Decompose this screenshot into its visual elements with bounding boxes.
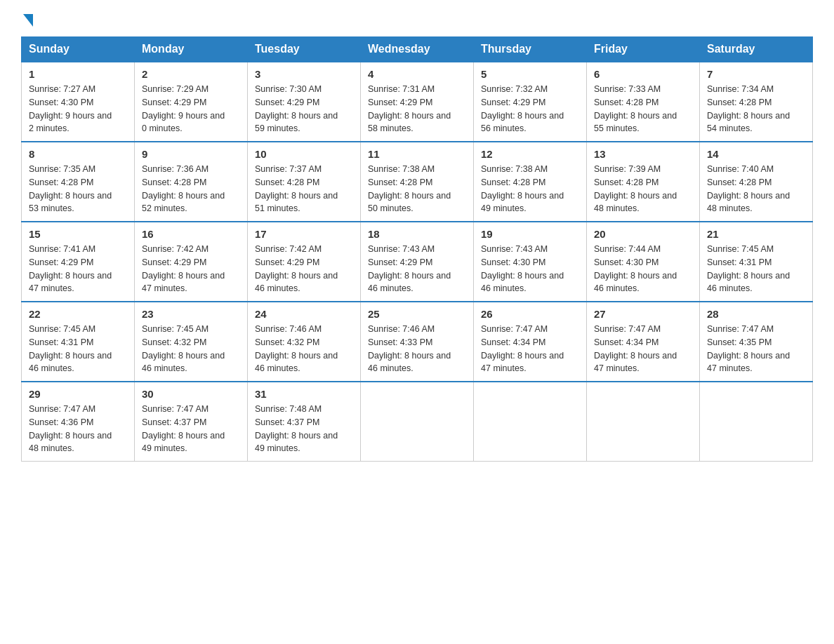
day-number: 10 xyxy=(255,148,353,160)
day-info: Sunrise: 7:47 AMSunset: 4:36 PMDaylight:… xyxy=(29,403,127,455)
day-number: 4 xyxy=(368,68,466,80)
calendar-cell: 6 Sunrise: 7:33 AMSunset: 4:28 PMDayligh… xyxy=(587,62,700,142)
calendar-cell: 2 Sunrise: 7:29 AMSunset: 4:29 PMDayligh… xyxy=(135,62,248,142)
header-saturday: Saturday xyxy=(700,37,813,62)
calendar-cell: 9 Sunrise: 7:36 AMSunset: 4:28 PMDayligh… xyxy=(135,142,248,222)
day-info: Sunrise: 7:34 AMSunset: 4:28 PMDaylight:… xyxy=(707,83,805,135)
day-number: 1 xyxy=(29,68,127,80)
day-info: Sunrise: 7:38 AMSunset: 4:28 PMDaylight:… xyxy=(481,163,579,215)
calendar-cell: 7 Sunrise: 7:34 AMSunset: 4:28 PMDayligh… xyxy=(700,62,813,142)
calendar-cell xyxy=(474,382,587,462)
day-number: 29 xyxy=(29,388,127,400)
calendar-cell: 5 Sunrise: 7:32 AMSunset: 4:29 PMDayligh… xyxy=(474,62,587,142)
day-number: 3 xyxy=(255,68,353,80)
logo xyxy=(21,14,33,29)
calendar-cell: 24 Sunrise: 7:46 AMSunset: 4:32 PMDaylig… xyxy=(248,302,361,382)
day-info: Sunrise: 7:40 AMSunset: 4:28 PMDaylight:… xyxy=(707,163,805,215)
calendar-cell: 30 Sunrise: 7:47 AMSunset: 4:37 PMDaylig… xyxy=(135,382,248,462)
calendar-cell: 18 Sunrise: 7:43 AMSunset: 4:29 PMDaylig… xyxy=(361,222,474,302)
day-info: Sunrise: 7:46 AMSunset: 4:33 PMDaylight:… xyxy=(368,323,466,375)
day-number: 13 xyxy=(594,148,692,160)
calendar-cell: 27 Sunrise: 7:47 AMSunset: 4:34 PMDaylig… xyxy=(587,302,700,382)
calendar-cell: 20 Sunrise: 7:44 AMSunset: 4:30 PMDaylig… xyxy=(587,222,700,302)
day-info: Sunrise: 7:31 AMSunset: 4:29 PMDaylight:… xyxy=(368,83,466,135)
day-info: Sunrise: 7:37 AMSunset: 4:28 PMDaylight:… xyxy=(255,163,353,215)
header-wednesday: Wednesday xyxy=(361,37,474,62)
day-info: Sunrise: 7:38 AMSunset: 4:28 PMDaylight:… xyxy=(368,163,466,215)
calendar-cell: 31 Sunrise: 7:48 AMSunset: 4:37 PMDaylig… xyxy=(248,382,361,462)
week-row-1: 1 Sunrise: 7:27 AMSunset: 4:30 PMDayligh… xyxy=(22,62,813,142)
calendar-cell: 19 Sunrise: 7:43 AMSunset: 4:30 PMDaylig… xyxy=(474,222,587,302)
header-monday: Monday xyxy=(135,37,248,62)
day-number: 6 xyxy=(594,68,692,80)
day-info: Sunrise: 7:41 AMSunset: 4:29 PMDaylight:… xyxy=(29,243,127,295)
day-info: Sunrise: 7:47 AMSunset: 4:37 PMDaylight:… xyxy=(142,403,240,455)
calendar-header-row: SundayMondayTuesdayWednesdayThursdayFrid… xyxy=(22,37,813,62)
calendar-cell: 23 Sunrise: 7:45 AMSunset: 4:32 PMDaylig… xyxy=(135,302,248,382)
calendar-cell: 4 Sunrise: 7:31 AMSunset: 4:29 PMDayligh… xyxy=(361,62,474,142)
day-number: 17 xyxy=(255,228,353,240)
calendar-table: SundayMondayTuesdayWednesdayThursdayFrid… xyxy=(21,36,813,462)
day-number: 11 xyxy=(368,148,466,160)
page-header xyxy=(21,14,813,29)
day-number: 18 xyxy=(368,228,466,240)
day-number: 7 xyxy=(707,68,805,80)
week-row-5: 29 Sunrise: 7:47 AMSunset: 4:36 PMDaylig… xyxy=(22,382,813,462)
calendar-cell: 11 Sunrise: 7:38 AMSunset: 4:28 PMDaylig… xyxy=(361,142,474,222)
day-number: 26 xyxy=(481,308,579,320)
calendar-cell: 13 Sunrise: 7:39 AMSunset: 4:28 PMDaylig… xyxy=(587,142,700,222)
day-number: 22 xyxy=(29,308,127,320)
day-info: Sunrise: 7:42 AMSunset: 4:29 PMDaylight:… xyxy=(255,243,353,295)
calendar-cell: 21 Sunrise: 7:45 AMSunset: 4:31 PMDaylig… xyxy=(700,222,813,302)
day-info: Sunrise: 7:45 AMSunset: 4:31 PMDaylight:… xyxy=(707,243,805,295)
day-info: Sunrise: 7:46 AMSunset: 4:32 PMDaylight:… xyxy=(255,323,353,375)
day-info: Sunrise: 7:48 AMSunset: 4:37 PMDaylight:… xyxy=(255,403,353,455)
day-number: 2 xyxy=(142,68,240,80)
calendar-cell: 25 Sunrise: 7:46 AMSunset: 4:33 PMDaylig… xyxy=(361,302,474,382)
day-info: Sunrise: 7:27 AMSunset: 4:30 PMDaylight:… xyxy=(29,83,127,135)
day-number: 28 xyxy=(707,308,805,320)
calendar-cell: 26 Sunrise: 7:47 AMSunset: 4:34 PMDaylig… xyxy=(474,302,587,382)
day-info: Sunrise: 7:47 AMSunset: 4:34 PMDaylight:… xyxy=(594,323,692,375)
day-number: 5 xyxy=(481,68,579,80)
day-info: Sunrise: 7:47 AMSunset: 4:35 PMDaylight:… xyxy=(707,323,805,375)
calendar-cell: 8 Sunrise: 7:35 AMSunset: 4:28 PMDayligh… xyxy=(22,142,135,222)
calendar-cell xyxy=(361,382,474,462)
calendar-cell: 16 Sunrise: 7:42 AMSunset: 4:29 PMDaylig… xyxy=(135,222,248,302)
week-row-2: 8 Sunrise: 7:35 AMSunset: 4:28 PMDayligh… xyxy=(22,142,813,222)
calendar-cell: 3 Sunrise: 7:30 AMSunset: 4:29 PMDayligh… xyxy=(248,62,361,142)
day-info: Sunrise: 7:39 AMSunset: 4:28 PMDaylight:… xyxy=(594,163,692,215)
calendar-cell: 10 Sunrise: 7:37 AMSunset: 4:28 PMDaylig… xyxy=(248,142,361,222)
day-info: Sunrise: 7:45 AMSunset: 4:31 PMDaylight:… xyxy=(29,323,127,375)
logo-arrow-icon xyxy=(23,14,33,27)
header-friday: Friday xyxy=(587,37,700,62)
day-number: 9 xyxy=(142,148,240,160)
day-number: 30 xyxy=(142,388,240,400)
day-info: Sunrise: 7:45 AMSunset: 4:32 PMDaylight:… xyxy=(142,323,240,375)
day-number: 20 xyxy=(594,228,692,240)
week-row-4: 22 Sunrise: 7:45 AMSunset: 4:31 PMDaylig… xyxy=(22,302,813,382)
day-number: 14 xyxy=(707,148,805,160)
day-info: Sunrise: 7:33 AMSunset: 4:28 PMDaylight:… xyxy=(594,83,692,135)
day-info: Sunrise: 7:30 AMSunset: 4:29 PMDaylight:… xyxy=(255,83,353,135)
day-number: 8 xyxy=(29,148,127,160)
day-info: Sunrise: 7:29 AMSunset: 4:29 PMDaylight:… xyxy=(142,83,240,135)
calendar-cell: 29 Sunrise: 7:47 AMSunset: 4:36 PMDaylig… xyxy=(22,382,135,462)
calendar-cell: 22 Sunrise: 7:45 AMSunset: 4:31 PMDaylig… xyxy=(22,302,135,382)
day-info: Sunrise: 7:44 AMSunset: 4:30 PMDaylight:… xyxy=(594,243,692,295)
day-info: Sunrise: 7:35 AMSunset: 4:28 PMDaylight:… xyxy=(29,163,127,215)
header-thursday: Thursday xyxy=(474,37,587,62)
day-info: Sunrise: 7:47 AMSunset: 4:34 PMDaylight:… xyxy=(481,323,579,375)
day-info: Sunrise: 7:43 AMSunset: 4:30 PMDaylight:… xyxy=(481,243,579,295)
day-number: 15 xyxy=(29,228,127,240)
day-info: Sunrise: 7:42 AMSunset: 4:29 PMDaylight:… xyxy=(142,243,240,295)
day-info: Sunrise: 7:43 AMSunset: 4:29 PMDaylight:… xyxy=(368,243,466,295)
calendar-cell: 12 Sunrise: 7:38 AMSunset: 4:28 PMDaylig… xyxy=(474,142,587,222)
calendar-cell: 28 Sunrise: 7:47 AMSunset: 4:35 PMDaylig… xyxy=(700,302,813,382)
day-number: 31 xyxy=(255,388,353,400)
calendar-cell: 15 Sunrise: 7:41 AMSunset: 4:29 PMDaylig… xyxy=(22,222,135,302)
day-number: 21 xyxy=(707,228,805,240)
header-tuesday: Tuesday xyxy=(248,37,361,62)
calendar-cell: 1 Sunrise: 7:27 AMSunset: 4:30 PMDayligh… xyxy=(22,62,135,142)
day-info: Sunrise: 7:32 AMSunset: 4:29 PMDaylight:… xyxy=(481,83,579,135)
